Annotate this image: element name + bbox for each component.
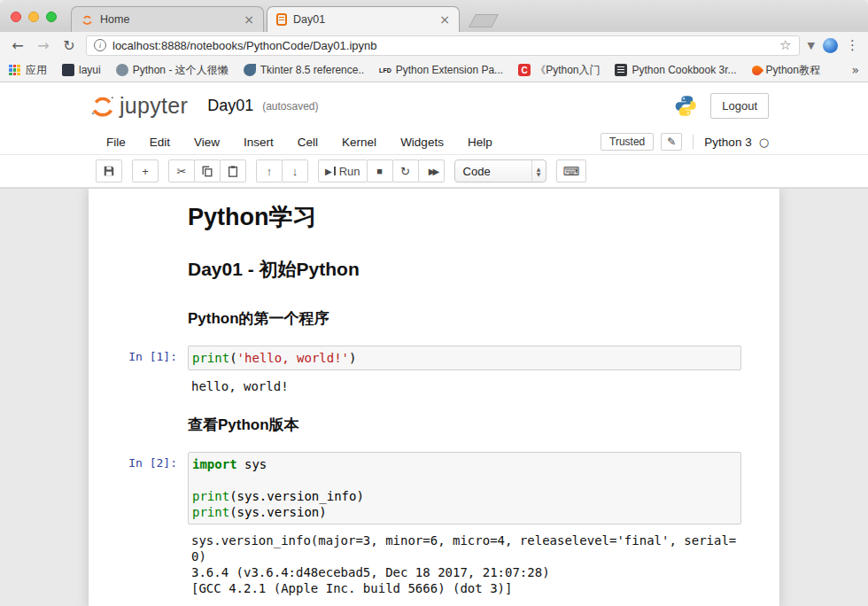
menu-view[interactable]: View xyxy=(194,136,220,149)
input-prompt: In [2]: xyxy=(89,452,188,524)
bookmark-item[interactable]: C《Python入门 xyxy=(518,63,600,78)
bookmark-item[interactable]: Python - 这个人很懒 xyxy=(116,63,229,78)
bookmark-label: layui xyxy=(79,64,101,76)
address-bar[interactable]: i localhost:8888/notebooks/PythonCode/Da… xyxy=(86,35,800,56)
prompt-spacer xyxy=(89,199,188,240)
back-icon[interactable]: ← xyxy=(9,37,27,54)
divider xyxy=(693,135,694,149)
input-row: In [1]:print('hello, world!') xyxy=(89,346,779,370)
window-fullscreen-button[interactable] xyxy=(46,12,57,22)
code-line: import sys xyxy=(192,456,737,472)
browser-tab-strip: Home × Day01 × xyxy=(0,0,868,32)
code-line: print(sys.version) xyxy=(192,504,737,520)
logout-button[interactable]: Logout xyxy=(710,93,769,119)
bookmark-item[interactable]: Python Cookbook 3r... xyxy=(615,64,736,76)
markdown-cell[interactable]: Day01 - 初始Python xyxy=(89,245,779,293)
notebook-container: Python学习Day01 - 初始PythonPython的第一个程序In [… xyxy=(89,189,779,606)
jupyter-logo-text: jupyter xyxy=(120,93,188,119)
autosave-status: (autosaved) xyxy=(262,100,318,113)
menubar-right: Trusted ✎ Python 3 ○ xyxy=(601,133,769,151)
browser-menu-icon[interactable]: ⋮ xyxy=(846,37,859,53)
code-input[interactable]: import sys print(sys.version_info)print(… xyxy=(188,452,741,524)
bookmark-item[interactable]: 应用 xyxy=(9,63,47,78)
tab-home[interactable]: Home × xyxy=(71,6,264,32)
jupyter-logo[interactable]: jupyter xyxy=(89,93,188,120)
move-cell-up-button[interactable]: ↑ xyxy=(256,159,283,183)
bookmark-item[interactable]: Tkinter 8.5 reference.. xyxy=(244,64,364,76)
menu-help[interactable]: Help xyxy=(468,136,492,149)
paste-cells-button[interactable] xyxy=(220,159,246,183)
output-text: hello, world! xyxy=(191,378,738,394)
markdown-body: Python的第一个程序 xyxy=(188,299,779,335)
bookmark-item[interactable]: LFDPython Extension Pa... xyxy=(379,64,503,76)
restart-run-all-button[interactable]: ▶▶ xyxy=(418,159,445,183)
cut-cells-button[interactable]: ✂ xyxy=(168,159,195,183)
tab-title: Home xyxy=(100,13,237,26)
menu-kernel[interactable]: Kernel xyxy=(342,136,376,149)
markdown-heading: 查看Python版本 xyxy=(188,416,740,434)
python-gray-favicon-icon xyxy=(116,64,128,76)
output-text: [GCC 4.2.1 (Apple Inc. build 5666) (dot … xyxy=(191,580,738,596)
save-button[interactable] xyxy=(96,159,122,183)
copy-cells-button[interactable] xyxy=(194,159,221,183)
bookmarks-bar: 应用layuiPython - 这个人很懒Tkinter 8.5 referen… xyxy=(0,58,868,82)
menu-items: FileEditViewInsertCellKernelWidgetsHelp xyxy=(106,136,492,149)
window-minimize-button[interactable] xyxy=(28,12,39,22)
bookmarks-overflow-icon[interactable]: » xyxy=(851,63,859,77)
tab-day01[interactable]: Day01 × xyxy=(267,6,460,32)
menu-cell[interactable]: Cell xyxy=(298,136,318,149)
download-arrow-icon[interactable]: ▼ xyxy=(808,40,815,51)
csdn-favicon-icon: C xyxy=(518,64,531,76)
copy-icon xyxy=(201,165,213,177)
tab-close-icon[interactable]: × xyxy=(244,13,254,26)
python-logo-icon xyxy=(674,94,698,118)
cell-type-select[interactable]: Code ▲ ▼ xyxy=(454,159,546,183)
output-row: sys.version_info(major=3, minor=6, micro… xyxy=(89,524,779,596)
markdown-cell[interactable]: 查看Python版本 xyxy=(89,400,779,447)
markdown-cell[interactable]: Python学习 xyxy=(89,194,779,245)
window-close-button[interactable] xyxy=(11,12,21,22)
menu-file[interactable]: File xyxy=(106,136,126,149)
command-palette-button[interactable]: ⌨ xyxy=(556,159,587,183)
page-info-icon[interactable]: i xyxy=(94,39,106,51)
extension-globe-icon[interactable] xyxy=(823,38,838,53)
step-bar-icon xyxy=(334,167,336,175)
output-prompt xyxy=(89,532,188,596)
jupyter-favicon-icon xyxy=(81,13,94,27)
markdown-body: Python学习 xyxy=(188,199,779,240)
menu-widgets[interactable]: Widgets xyxy=(400,136,444,149)
tk-feather-favicon-icon xyxy=(244,64,256,76)
code-cell[interactable]: In [1]:print('hello, world!')hello, worl… xyxy=(89,340,779,400)
bookmark-item[interactable]: Python教程 xyxy=(752,63,820,78)
tab-close-icon[interactable]: × xyxy=(439,13,450,26)
run-button[interactable]: ▶ Run xyxy=(318,159,368,183)
notebook-scroll-area[interactable]: Python学习Day01 - 初始PythonPython的第一个程序In [… xyxy=(0,188,868,606)
output-row: hello, world! xyxy=(89,370,779,394)
markdown-body: Day01 - 初始Python xyxy=(188,251,779,288)
restart-kernel-button[interactable]: ↻ xyxy=(392,159,419,183)
bookmark-star-icon[interactable]: ☆ xyxy=(779,37,791,53)
menu-edit[interactable]: Edit xyxy=(150,136,170,149)
code-line: print('hello, world!') xyxy=(192,350,737,366)
bookmark-item[interactable]: layui xyxy=(62,64,101,76)
code-input[interactable]: print('hello, world!') xyxy=(188,346,741,370)
markdown-cell[interactable]: Python的第一个程序 xyxy=(89,293,779,340)
trusted-badge[interactable]: Trusted xyxy=(601,133,654,151)
move-cell-down-button[interactable]: ↓ xyxy=(282,159,308,183)
jupyter-logo-icon xyxy=(89,93,117,120)
interrupt-kernel-button[interactable]: ■ xyxy=(367,159,393,183)
notebook-title[interactable]: Day01 xyxy=(207,97,253,115)
bookmark-items: 应用layuiPython - 这个人很懒Tkinter 8.5 referen… xyxy=(9,63,820,78)
floppy-icon xyxy=(103,165,115,177)
reload-icon[interactable]: ↻ xyxy=(60,37,78,54)
code-cell[interactable]: In [2]:import sys print(sys.version_info… xyxy=(89,447,779,602)
insert-cell-below-button[interactable]: + xyxy=(132,159,159,183)
url-text[interactable]: localhost:8888/notebooks/PythonCode/Day0… xyxy=(112,39,773,52)
book-favicon-icon xyxy=(615,64,627,76)
layui-favicon-icon xyxy=(62,64,74,76)
menu-insert[interactable]: Insert xyxy=(244,136,274,149)
cell-output: sys.version_info(major=3, minor=6, micro… xyxy=(188,532,741,596)
output-text: 3.6.4 (v3.6.4:d48ecebad5, Dec 18 2017, 2… xyxy=(191,564,738,580)
window-controls xyxy=(11,12,57,22)
new-tab-button[interactable] xyxy=(469,14,499,27)
